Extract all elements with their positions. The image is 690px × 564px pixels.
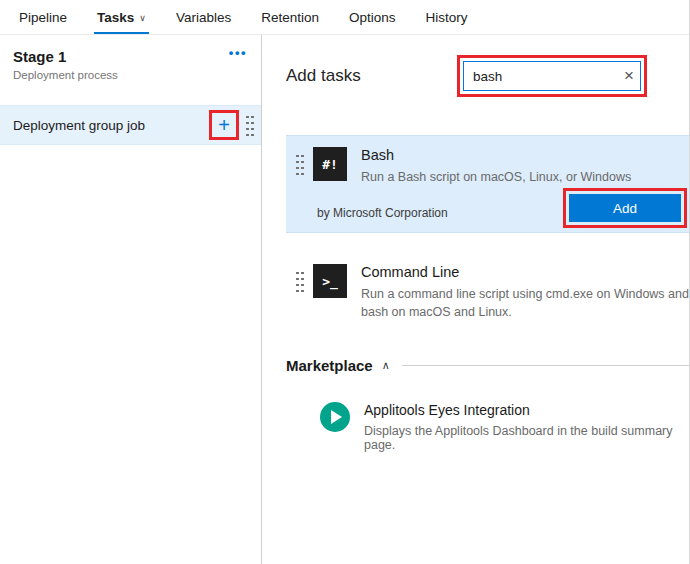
add-task-to-job-icon[interactable]: + xyxy=(218,115,230,135)
drag-handle-icon[interactable] xyxy=(294,269,304,293)
clear-search-icon[interactable]: × xyxy=(624,67,634,84)
nav-tab-options[interactable]: Options xyxy=(334,0,411,34)
task-card-top: >_ Command Line Run a command line scrip… xyxy=(293,264,689,321)
stage-header: Stage 1 Deployment process ••• xyxy=(0,35,261,89)
section-divider xyxy=(402,365,689,366)
nav-tab-label: Retention xyxy=(261,10,319,25)
task-info: Command Line Run a command line script u… xyxy=(361,264,689,321)
task-card-bash[interactable]: #! Bash Run a Bash script on macOS, Linu… xyxy=(286,135,689,233)
task-publisher: by Microsoft Corporation xyxy=(317,206,448,228)
command-line-task-icon: >_ xyxy=(313,264,347,298)
task-search-box: × xyxy=(463,61,641,91)
applitools-play-icon xyxy=(320,402,350,432)
add-tasks-panel: Add tasks × #! Bash Run a Bash script on… xyxy=(262,35,689,564)
stage-title: Stage 1 xyxy=(13,48,118,65)
task-card-top: #! Bash Run a Bash script on macOS, Linu… xyxy=(293,147,689,186)
job-label: Deployment group job xyxy=(13,118,209,133)
nav-tab-retention[interactable]: Retention xyxy=(246,0,334,34)
chevron-down-icon: ∨ xyxy=(139,13,146,23)
search-annotation-box: × xyxy=(457,55,647,97)
marketplace-item-description: Displays the Applitools Dashboard in the… xyxy=(364,424,689,452)
bash-task-icon: #! xyxy=(313,147,347,181)
pipeline-stages-sidebar: Stage 1 Deployment process ••• Deploymen… xyxy=(0,35,262,564)
pipeline-top-nav: Pipeline Tasks ∨ Variables Retention Opt… xyxy=(0,0,689,35)
nav-tab-history[interactable]: History xyxy=(411,0,483,34)
marketplace-heading: Marketplace xyxy=(286,357,373,374)
nav-tab-label: Variables xyxy=(176,10,231,25)
chevron-up-icon[interactable]: ∧ xyxy=(382,359,390,372)
task-title: Command Line xyxy=(361,264,689,280)
marketplace-item-applitools[interactable]: Applitools Eyes Integration Displays the… xyxy=(320,402,689,452)
panel-title: Add tasks xyxy=(286,66,361,86)
task-card-command-line[interactable]: >_ Command Line Run a command line scrip… xyxy=(286,253,689,327)
add-task-annotation-box: + xyxy=(209,110,239,140)
nav-tab-label: Pipeline xyxy=(19,10,67,25)
nav-tab-tasks[interactable]: Tasks ∨ xyxy=(82,0,161,34)
stage-more-menu-icon[interactable]: ••• xyxy=(229,48,247,81)
stage-info: Stage 1 Deployment process xyxy=(13,48,118,81)
add-task-button[interactable]: Add xyxy=(569,194,681,222)
content-area: Stage 1 Deployment process ••• Deploymen… xyxy=(0,35,689,564)
deployment-group-job-row[interactable]: Deployment group job + xyxy=(0,105,261,145)
task-search-input[interactable] xyxy=(463,61,641,91)
task-description: Run a command line script using cmd.exe … xyxy=(361,285,689,321)
marketplace-item-title: Applitools Eyes Integration xyxy=(364,402,689,418)
nav-tab-pipeline[interactable]: Pipeline xyxy=(4,0,82,34)
add-tasks-header: Add tasks × xyxy=(286,55,647,97)
drag-handle-icon[interactable] xyxy=(294,152,304,176)
add-button-annotation-box: Add xyxy=(563,188,687,228)
task-title: Bash xyxy=(361,147,631,163)
task-card-footer: by Microsoft Corporation Add xyxy=(293,188,689,228)
nav-tab-label: Options xyxy=(349,10,396,25)
task-info: Bash Run a Bash script on macOS, Linux, … xyxy=(361,147,631,186)
task-description: Run a Bash script on macOS, Linux, or Wi… xyxy=(361,168,631,186)
nav-tab-variables[interactable]: Variables xyxy=(161,0,246,34)
stage-subtitle: Deployment process xyxy=(13,69,118,81)
marketplace-section-header: Marketplace ∧ xyxy=(286,357,689,374)
nav-tab-label: History xyxy=(426,10,468,25)
marketplace-item-info: Applitools Eyes Integration Displays the… xyxy=(364,402,689,452)
nav-tab-label: Tasks xyxy=(97,10,134,25)
drag-handle-icon[interactable] xyxy=(244,113,254,137)
